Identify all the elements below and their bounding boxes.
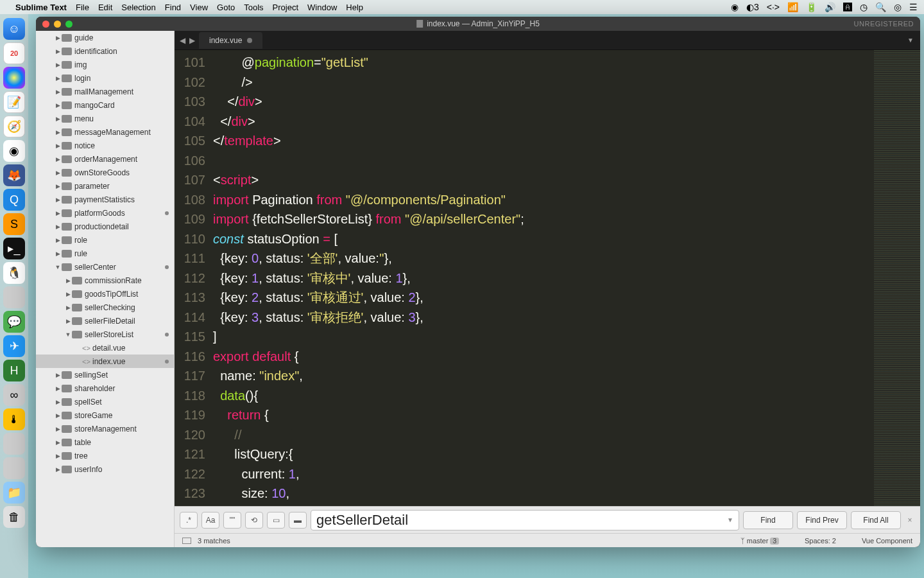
tree-index-vue[interactable]: <>index.vue [36, 355, 174, 368]
disclosure-arrow-icon[interactable]: ▶ [64, 304, 72, 311]
tree-notice[interactable]: ▶notice [36, 139, 174, 152]
disclosure-arrow-icon[interactable]: ▶ [54, 62, 62, 68]
disclosure-arrow-icon[interactable]: ▶ [64, 291, 72, 297]
siri-icon[interactable]: ◎ [894, 2, 902, 12]
disclosure-arrow-icon[interactable]: ▶ [54, 183, 62, 189]
tree-parameter[interactable]: ▶parameter [36, 179, 174, 193]
window-titlebar[interactable]: index.vue — Admin_XinYiPP_H5 UNREGISTERE… [36, 17, 920, 31]
disclosure-arrow-icon[interactable]: ▼ [54, 264, 62, 270]
code-editor[interactable]: 1011021031041051061071081091101111121131… [175, 50, 920, 506]
minimap[interactable] [874, 50, 920, 506]
disclosure-arrow-icon[interactable]: ▶ [54, 210, 62, 216]
disclosure-arrow-icon[interactable]: ▶ [54, 156, 62, 162]
nav-back-icon[interactable]: ◀ [180, 36, 185, 45]
app4-dock-icon[interactable] [3, 457, 25, 479]
calendar-dock-icon[interactable]: 20 [3, 42, 25, 64]
disclosure-arrow-icon[interactable]: ▶ [54, 412, 62, 419]
status-dot-icon[interactable]: ◉ [731, 2, 739, 12]
tree-shareholder[interactable]: ▶shareholder [36, 381, 174, 395]
find-in-selection-toggle[interactable]: ▭ [267, 512, 285, 529]
find-button[interactable]: Find [743, 511, 793, 529]
close-window-button[interactable] [42, 21, 49, 28]
tree-rule[interactable]: ▶rule [36, 247, 174, 260]
tree-login[interactable]: ▶login [36, 71, 174, 85]
spotlight-icon[interactable]: 🔍 [875, 2, 886, 12]
quicktime-dock-icon[interactable]: Q [3, 189, 25, 211]
menu-goto[interactable]: Goto [217, 3, 235, 12]
menu-window[interactable]: Window [307, 3, 337, 12]
disclosure-arrow-icon[interactable]: ▶ [54, 399, 62, 405]
angle-brackets-icon[interactable]: <·> [767, 2, 780, 12]
disclosure-arrow-icon[interactable]: ▶ [54, 89, 62, 95]
app3-dock-icon[interactable] [3, 433, 25, 455]
menu-find[interactable]: Find [165, 3, 181, 12]
git-branch[interactable]: ᛉ master 3 [740, 537, 779, 545]
tree-sellerfiledetail[interactable]: ▶sellerFileDetail [36, 314, 174, 328]
disclosure-arrow-icon[interactable]: ▶ [54, 170, 62, 176]
disclosure-arrow-icon[interactable]: ▶ [54, 439, 62, 446]
folder-dock-icon[interactable]: 📁 [3, 482, 25, 504]
dingtalk-dock-icon[interactable]: ✈ [3, 335, 25, 357]
disclosure-arrow-icon[interactable]: ▶ [54, 385, 62, 392]
tree-mallmanagement[interactable]: ▶mallManagement [36, 85, 174, 98]
menu-tools[interactable]: Tools [244, 3, 263, 12]
tree-storegame[interactable]: ▶storeGame [36, 408, 174, 422]
disclosure-arrow-icon[interactable]: ▶ [54, 453, 62, 459]
tab-overflow-icon[interactable]: ▼ [907, 37, 914, 44]
input-source-icon[interactable]: 🅰 [843, 2, 852, 12]
tree-sellercenter[interactable]: ▼sellerCenter [36, 260, 174, 274]
tree-sellingset[interactable]: ▶sellingSet [36, 368, 174, 381]
find-close-button[interactable]: × [905, 516, 915, 525]
ruler-dock-icon[interactable]: 🌡 [3, 408, 25, 430]
tree-guide[interactable]: ▶guide [36, 31, 174, 44]
battery-icon[interactable]: 🔋 [806, 2, 817, 12]
disclosure-arrow-icon[interactable]: ▶ [54, 75, 62, 82]
menu-help[interactable]: Help [346, 3, 363, 12]
app-name[interactable]: Sublime Text [15, 3, 67, 12]
tree-platformgoods[interactable]: ▶platformGoods [36, 206, 174, 220]
tree-sellerstorelist[interactable]: ▼sellerStoreList [36, 328, 174, 341]
tree-role[interactable]: ▶role [36, 233, 174, 247]
find-prev-button[interactable]: Find Prev [797, 511, 847, 529]
tree-goodstipofflist[interactable]: ▶goodsTipOffList [36, 287, 174, 301]
notification-center-icon[interactable]: ☰ [909, 2, 918, 12]
tree-userinfo[interactable]: ▶userInfo [36, 462, 174, 476]
wifi-icon[interactable]: 📶 [787, 2, 798, 12]
volume-icon[interactable]: 🔊 [825, 2, 835, 12]
minimize-window-button[interactable] [54, 21, 61, 28]
tree-spellset[interactable]: ▶spellSet [36, 395, 174, 408]
find-whole-word-toggle[interactable]: "​" [223, 512, 241, 529]
menu-selection[interactable]: Selection [121, 3, 155, 12]
app2-dock-icon[interactable]: ∞ [3, 384, 25, 406]
disclosure-arrow-icon[interactable]: ▶ [64, 318, 72, 324]
find-case-toggle[interactable]: Aa [201, 512, 219, 529]
find-highlight-toggle[interactable]: ▬ [289, 512, 307, 529]
app-dock-icon[interactable] [3, 286, 25, 308]
tree-storemanagement[interactable]: ▶storeManagement [36, 422, 174, 435]
firefox-dock-icon[interactable]: 🦊 [3, 164, 25, 186]
hbuilder-dock-icon[interactable]: H [3, 360, 25, 381]
sidebar-file-tree[interactable]: ▶guide▶identification▶img▶login▶mallMana… [36, 31, 175, 547]
disclosure-arrow-icon[interactable]: ▶ [54, 102, 62, 109]
tree-img[interactable]: ▶img [36, 58, 174, 71]
disclosure-arrow-icon[interactable]: ▶ [54, 250, 62, 257]
disclosure-arrow-icon[interactable]: ▶ [54, 143, 62, 149]
notes-dock-icon[interactable]: 📝 [3, 91, 25, 113]
syntax-setting[interactable]: Vue Component [862, 537, 912, 545]
disclosure-arrow-icon[interactable]: ▶ [54, 35, 62, 41]
find-wrap-toggle[interactable]: ⟲ [245, 512, 263, 529]
tree-tree[interactable]: ▶tree [36, 449, 174, 462]
code-content[interactable]: @pagination="getList" /> </div> </div></… [213, 50, 874, 506]
tree-identification[interactable]: ▶identification [36, 44, 174, 58]
find-history-icon[interactable]: ▼ [727, 516, 733, 523]
tree-ordermanagement[interactable]: ▶orderManagement [36, 152, 174, 166]
menu-edit[interactable]: Edit [98, 3, 112, 12]
disclosure-arrow-icon[interactable]: ▶ [54, 116, 62, 122]
clock-icon[interactable]: ◷ [860, 2, 868, 12]
disclosure-arrow-icon[interactable]: ▶ [54, 466, 62, 473]
tree-mangocard[interactable]: ▶mangoCard [36, 98, 174, 112]
menu-file[interactable]: File [76, 3, 89, 12]
tree-productiondetail[interactable]: ▶productiondetail [36, 220, 174, 233]
tree-detail-vue[interactable]: <>detail.vue [36, 341, 174, 355]
disclosure-arrow-icon[interactable]: ▶ [64, 277, 72, 284]
